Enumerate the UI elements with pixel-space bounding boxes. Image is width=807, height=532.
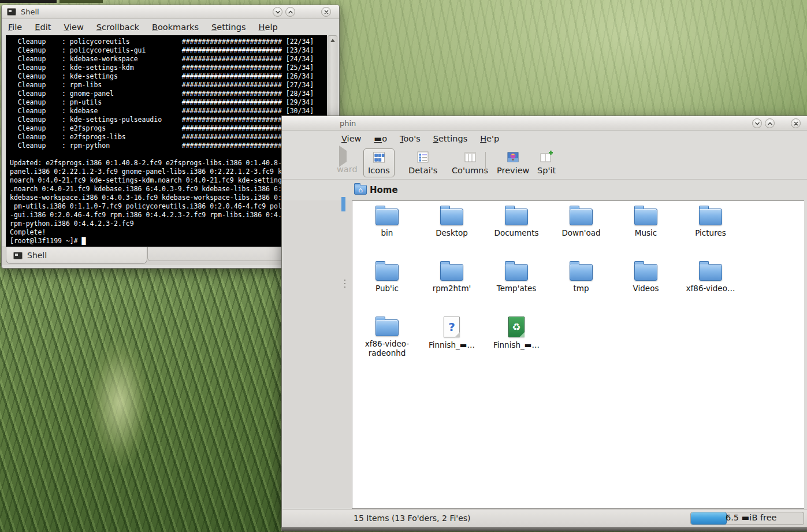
file-label: Music — [635, 228, 657, 237]
dolphin-toolbar: ward Icons — [282, 146, 807, 180]
file-item-public[interactable]: Pub'ic — [355, 259, 419, 314]
dolphin-close-button[interactable] — [791, 118, 801, 128]
menu-scrollback[interactable]: Scrollback — [90, 23, 146, 32]
file-item-music[interactable]: Music — [613, 203, 678, 259]
menu-view[interactable]: View — [335, 134, 367, 143]
dolphin-window: phin View ▬o Too's Settings He'p ward — [281, 116, 807, 531]
terminal-output-area[interactable]: Cleanup : policycoreutils ##############… — [6, 35, 327, 247]
icons-view-icon — [372, 151, 386, 164]
file-label: bin — [381, 228, 393, 237]
details-view-label: Detai's — [408, 166, 437, 175]
file-label: Down'oad — [561, 228, 600, 237]
terminal-tab-icon — [13, 252, 23, 259]
split-view-label: Sp'it — [537, 166, 556, 175]
folder-icon — [699, 209, 722, 225]
file-item-desktop[interactable]: Desktop — [419, 203, 484, 259]
disk-capacity-fill — [691, 512, 727, 524]
icons-view-label: Icons — [368, 166, 390, 175]
wallpaper-grass-foreground — [0, 263, 284, 532]
terminal-app-icon — [7, 8, 16, 16]
menu-help[interactable]: Help — [252, 23, 284, 32]
background-window-edge — [0, 0, 57, 3]
file-item-download[interactable]: Down'oad — [549, 203, 613, 259]
split-view-icon — [540, 150, 553, 164]
toolbar-separator — [485, 152, 486, 174]
folder-icon — [699, 264, 722, 281]
folder-icon — [375, 264, 399, 281]
breadcrumb: ⌂ Home — [282, 180, 807, 200]
folder-icon — [570, 264, 593, 281]
folder-icon — [634, 264, 657, 281]
file-item-documents[interactable]: Documents — [484, 203, 549, 259]
folder-icon — [570, 209, 593, 225]
unknown-file-icon: ? — [444, 317, 460, 337]
file-item-xf86-video-radeonhd[interactable]: xf86-video-radeonhd — [355, 314, 419, 370]
dolphin-maximize-button[interactable] — [765, 118, 775, 128]
dolphin-window-bottom-edge — [282, 527, 807, 531]
menu-file[interactable]: File — [2, 23, 28, 32]
file-label: Pub'ic — [375, 284, 399, 293]
close-button[interactable] — [321, 7, 331, 17]
forward-arrow-icon[interactable] — [339, 151, 347, 162]
menu-go[interactable]: ▬o — [367, 134, 393, 143]
columns-view-label: Co'umns — [452, 166, 488, 175]
details-view-icon — [416, 150, 430, 164]
file-item-finnish-archive[interactable]: ♻ Finnish_▬… — [484, 314, 549, 370]
archive-file-icon: ♻ — [508, 317, 525, 337]
terminal-menubar: File Edit View Scrollback Bookmarks Sett… — [2, 19, 339, 35]
minimize-button[interactable] — [273, 7, 282, 17]
details-view-button[interactable]: Detai's — [404, 148, 441, 177]
free-space-label: 6.5 ▬iB free — [726, 513, 777, 522]
dolphin-menubar: View ▬o Too's Settings He'p — [282, 131, 807, 146]
preview-icon — [506, 150, 520, 164]
scroll-up-icon[interactable] — [328, 36, 337, 44]
preview-button[interactable]: Preview — [493, 148, 533, 177]
file-label: xf86-video-radeonhd — [356, 339, 418, 358]
terminal-window-title: Shell — [21, 8, 39, 16]
menu-tools[interactable]: Too's — [393, 134, 427, 143]
dolphin-minimize-button[interactable] — [752, 118, 762, 128]
breadcrumb-home[interactable]: Home — [370, 185, 398, 195]
terminal-tab-shell[interactable]: Shell — [6, 247, 147, 264]
forward-button-label[interactable]: ward — [337, 165, 358, 174]
places-selected-item[interactable] — [341, 197, 345, 211]
menu-settings[interactable]: Settings — [205, 23, 252, 32]
menu-view[interactable]: View — [57, 23, 90, 32]
file-label: Videos — [633, 284, 659, 293]
places-panel — [284, 200, 352, 508]
menu-bookmarks[interactable]: Bookmarks — [146, 23, 205, 32]
menu-help[interactable]: He'p — [474, 134, 505, 143]
folder-icon — [505, 264, 528, 281]
file-item-templates[interactable]: Temp'ates — [484, 259, 549, 314]
folder-icon — [440, 264, 463, 281]
file-label: Pictures — [695, 228, 726, 237]
file-grid: bin Desktop Documents Down'oad Music — [352, 201, 804, 370]
folder-view[interactable]: bin Desktop Documents Down'oad Music — [352, 200, 804, 509]
terminal-titlebar[interactable]: Shell — [2, 5, 339, 19]
icons-view-button[interactable]: Icons — [363, 148, 395, 177]
panel-splitter-handle[interactable] — [344, 279, 346, 288]
status-item-count: 15 Items (13 Fo'ders, 2 Fi'es) — [354, 514, 471, 523]
file-item-xf86-video[interactable]: xf86-video… — [678, 259, 743, 314]
desktop: Shell File Edit View Scrollback Bookmark… — [0, 0, 807, 532]
file-item-pictures[interactable]: Pictures — [678, 203, 743, 259]
menu-settings[interactable]: Settings — [427, 134, 474, 143]
file-item-finnish-unknown[interactable]: ? Finnish_▬… — [419, 314, 484, 370]
folder-icon — [440, 209, 463, 225]
folder-icon — [634, 209, 657, 225]
dolphin-titlebar[interactable]: phin — [282, 116, 807, 131]
file-item-rpm2html[interactable]: rpm2htm' — [419, 259, 484, 314]
file-item-bin[interactable]: bin — [355, 203, 419, 259]
file-label: tmp — [573, 284, 589, 293]
maximize-button[interactable] — [285, 7, 295, 17]
menu-edit[interactable]: Edit — [28, 23, 57, 32]
file-item-videos[interactable]: Videos — [613, 259, 678, 314]
folder-icon — [505, 209, 528, 225]
dolphin-statusbar: 15 Items (13 Fo'ders, 2 Fi'es) 6.5 ▬iB f… — [282, 509, 807, 527]
terminal-tab-label: Shell — [27, 251, 47, 260]
file-label: Finnish_▬… — [493, 340, 540, 349]
split-view-button[interactable]: Sp'it — [533, 148, 560, 177]
preview-label: Preview — [497, 166, 529, 175]
file-item-tmp[interactable]: tmp — [549, 259, 613, 314]
dolphin-window-title: phin — [340, 119, 356, 128]
